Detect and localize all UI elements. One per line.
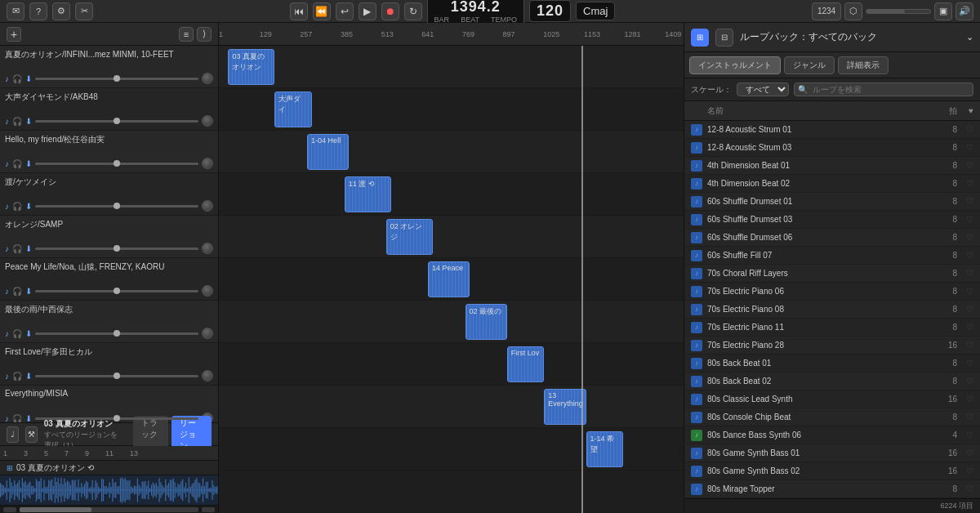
list-item[interactable]: ♪ 70s Choral Riff Layers 8 ♡ — [684, 265, 980, 283]
dropdown-icon[interactable]: ⌄ — [966, 32, 973, 42]
arrange-region[interactable]: 03 真夏のオリオン — [228, 49, 274, 85]
track-volume-slider[interactable] — [35, 78, 198, 80]
track-volume-slider[interactable] — [35, 248, 198, 250]
settings-icon[interactable]: ⚙ — [52, 2, 70, 20]
track-item[interactable]: オレンジ/SAMP ♪ 🎧 ⬇ — [0, 216, 218, 258]
track-pan-knob[interactable] — [202, 285, 213, 297]
track-volume-slider[interactable] — [35, 205, 198, 207]
instrument-btn[interactable]: インストゥルメント — [689, 56, 781, 74]
search-input[interactable] — [808, 83, 969, 96]
track-item[interactable]: 最後の雨/中西保志 ♪ 🎧 ⬇ — [0, 301, 218, 343]
track-volume-slider[interactable] — [35, 417, 198, 420]
list-item[interactable]: ♪ 80s Dance Bass Synth 06 4 ♡ — [684, 426, 980, 444]
list-item[interactable]: ♪ 12-8 Acoustic Strum 01 8 ♡ — [684, 121, 980, 139]
list-item[interactable]: ♪ 80s Game Synth Bass 02 16 ♡ — [684, 462, 980, 480]
track-slider-thumb — [114, 330, 120, 337]
arrange-region[interactable]: 02 オレンジ — [386, 219, 433, 255]
arrange-region[interactable]: 1-14 希望 — [586, 431, 624, 467]
arrange-region[interactable]: 11 渡 ⟲ — [345, 176, 391, 212]
track-item[interactable]: First Love/宇多田ヒカル ♪ 🎧 ⬇ — [0, 343, 218, 386]
scroll-track[interactable] — [20, 507, 198, 512]
arrange-region[interactable]: 14 Peace — [428, 261, 470, 297]
scissors-icon[interactable]: ✂ — [75, 2, 93, 20]
list-item[interactable]: ♪ 60s Shuffle Drumset 01 8 ♡ — [684, 193, 980, 211]
track-volume-slider[interactable] — [35, 163, 198, 165]
track-view-btn[interactable]: ≡ — [179, 27, 194, 42]
svg-rect-129 — [198, 483, 198, 498]
loop-item-name: 80s Game Synth Bass 02 — [707, 466, 933, 475]
arrange-region[interactable]: 13 Everything — [544, 389, 586, 425]
audio-icon[interactable]: 🔊 — [956, 2, 973, 20]
arrange-tracks: 03 真夏のオリオン大声ダイ1-04 Hell11 渡 ⟲02 オレンジ14 P… — [219, 46, 684, 513]
help-icon[interactable]: ? — [29, 2, 47, 20]
play-btn[interactable]: ▶ — [359, 2, 376, 20]
list-item[interactable]: ♪ 60s Shuffle Drumset 03 8 ♡ — [684, 211, 980, 229]
track-volume-slider[interactable] — [35, 120, 198, 123]
track-pan-knob[interactable] — [202, 328, 213, 339]
screen-icon[interactable]: ▣ — [934, 2, 952, 20]
track-options-btn[interactable]: ⟩ — [197, 27, 212, 42]
track-volume-slider[interactable] — [35, 332, 198, 335]
track-item[interactable]: 真夏のオリオン/INFINI...mez MINMI, 10-FEET ♪ 🎧 … — [0, 46, 218, 88]
ruler-mark: 385 — [341, 30, 353, 38]
list-item[interactable]: ♪ 60s Shuffle Fill 07 8 ♡ — [684, 247, 980, 265]
list-item[interactable]: ♪ 80s Game Synth Bass 01 16 ♡ — [684, 444, 980, 462]
track-pan-knob[interactable] — [202, 243, 213, 254]
skip-btn[interactable]: ↩ — [336, 2, 354, 20]
list-item[interactable]: ♪ 4th Dimension Beat 02 8 ♡ — [684, 175, 980, 193]
track-volume-slider[interactable] — [35, 290, 198, 292]
track-pan-knob[interactable] — [202, 115, 213, 127]
loop-view-btn[interactable]: ⊞ — [691, 29, 709, 47]
track-item[interactable]: 渡/ケツメイシ ♪ 🎧 ⬇ — [0, 173, 218, 216]
list-item[interactable]: ♪ 70s Electric Piano 06 8 ♡ — [684, 283, 980, 301]
track-item[interactable]: Everything/MISIA ♪ 🎧 ⬇ — [0, 386, 218, 423]
add-track-button[interactable]: + — [7, 27, 21, 42]
record-btn[interactable]: ⏺ — [381, 2, 399, 20]
list-item[interactable]: ♪ 4th Dimension Beat 01 8 ♡ — [684, 157, 980, 175]
genre-btn[interactable]: ジャンル — [784, 56, 835, 74]
arrange-region[interactable]: 1-04 Hell — [307, 134, 349, 170]
track-controls: ♪ 🎧 ⬇ — [5, 370, 213, 381]
list-item[interactable]: ♪ 80s Mirage Topper 8 ♡ — [684, 480, 980, 498]
svg-rect-89 — [136, 486, 136, 493]
loop-item-beats: 8 — [933, 359, 957, 368]
loop-item-beats: 8 — [933, 287, 957, 296]
key-display[interactable]: Cmaj — [576, 2, 615, 20]
track-pan-knob[interactable] — [202, 370, 213, 381]
list-item[interactable]: ♪ 80s Back Beat 02 8 ♡ — [684, 372, 980, 390]
loop-grid-btn[interactable]: ⊟ — [715, 29, 733, 47]
list-item[interactable]: ♪ 70s Electric Piano 11 8 ♡ — [684, 319, 980, 337]
arrange-track-row: 1-04 Hell — [219, 131, 684, 173]
arrange-region[interactable]: 大声ダイ — [274, 91, 312, 127]
list-item[interactable]: ♪ 70s Electric Piano 28 16 ♡ — [684, 337, 980, 355]
scale-select[interactable]: すべて — [737, 83, 789, 96]
list-item[interactable]: ♪ 80s Console Chip Beat 8 ♡ — [684, 408, 980, 426]
rewind-btn[interactable]: ⏮ — [290, 2, 308, 20]
list-item[interactable]: ♪ 80s Classic Lead Synth 16 ♡ — [684, 390, 980, 408]
svg-rect-100 — [153, 482, 154, 497]
track-item[interactable]: 大声ダイヤモンド/AKB48 ♪ 🎧 ⬇ — [0, 88, 218, 131]
scrollbar[interactable] — [0, 505, 218, 513]
arrangement-view: 11292573855136417698971025115312811409 0… — [219, 23, 684, 513]
track-volume-slider[interactable] — [35, 375, 198, 377]
file-icon[interactable]: ✉ — [7, 2, 24, 20]
list-item[interactable]: ♪ 12-8 Acoustic Strum 03 8 ♡ — [684, 139, 980, 157]
scroll-right[interactable] — [202, 507, 215, 512]
track-slider-thumb — [114, 372, 120, 379]
track-item[interactable]: Hello, my friend/松任谷由実 ♪ 🎧 ⬇ — [0, 131, 218, 173]
arrange-region[interactable]: First Lov — [507, 346, 545, 382]
scroll-thumb[interactable] — [20, 507, 91, 512]
detail-btn[interactable]: 詳細表示 — [838, 56, 889, 74]
arrange-region[interactable]: 02 最後の — [466, 304, 507, 340]
track-pan-knob[interactable] — [202, 73, 213, 84]
list-item[interactable]: ♪ 70s Electric Piano 08 8 ♡ — [684, 301, 980, 319]
track-pan-knob[interactable] — [202, 158, 213, 169]
back-btn[interactable]: ⏪ — [313, 2, 331, 20]
track-pan-knob[interactable] — [202, 200, 213, 212]
loop-btn[interactable]: ↻ — [404, 2, 422, 20]
list-item[interactable]: ♪ 80s Back Beat 01 8 ♡ — [684, 355, 980, 372]
editor-mode-btn[interactable]: ⚒ — [25, 426, 38, 443]
scroll-left[interactable] — [3, 507, 16, 512]
list-item[interactable]: ♪ 60s Shuffle Drumset 06 8 ♡ — [684, 229, 980, 247]
track-item[interactable]: Peace My Life/Noa, 山猿, FRENZY, KAORU ♪ 🎧… — [0, 258, 218, 301]
